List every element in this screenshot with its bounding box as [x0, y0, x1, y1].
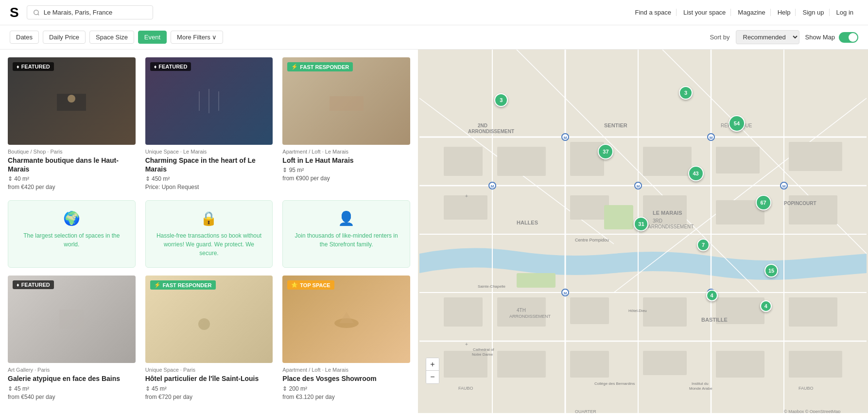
map-marker-9[interactable]: 4 [706, 290, 718, 301]
map-marker-7[interactable]: 7 [697, 239, 710, 251]
card-image-4: ♦ FEATURED [8, 276, 136, 363]
filters-left: Dates Daily Price Space Size Event More … [10, 31, 223, 44]
map-container: M M M M M M M 2ND ARRONDISSEMENT SENTIER… [418, 50, 868, 413]
map-marker-4[interactable]: 43 [688, 166, 704, 181]
svg-text:Monde Arabe: Monde Arabe [689, 386, 712, 391]
filter-more[interactable]: More Filters ∨ [171, 31, 223, 44]
search-bar [27, 5, 153, 19]
card-title-1: Charmante boutique dans le Haut-Marais [8, 156, 136, 173]
promo-icon-3: 👤 [338, 210, 355, 226]
svg-text:Centre Pompidou: Centre Pompidou [575, 238, 609, 242]
svg-point-4 [68, 95, 75, 103]
listing-card-6[interactable]: ⭐ TOP SPACE Apartment / Loft · Le Marais… [282, 276, 410, 402]
card-category-1: Boutique / Shop · Paris [8, 149, 136, 155]
svg-text:Hôtel-Dieu: Hôtel-Dieu [628, 309, 647, 313]
card-size-5: ⇕ 45 m² [145, 385, 273, 392]
listings-panel: ♦ FEATURED Boutique / Shop · Paris Charm… [0, 50, 418, 413]
svg-text:LE MARAIS: LE MARAIS [653, 210, 682, 216]
card-image-3: ⚡ FAST RESPONDER [282, 57, 410, 145]
map-background: M M M M M M M 2ND ARRONDISSEMENT SENTIER… [418, 50, 868, 413]
svg-text:HALLES: HALLES [517, 220, 538, 225]
logo[interactable]: S [10, 5, 19, 20]
svg-rect-10 [330, 96, 364, 111]
map-marker-1[interactable]: 3 [679, 86, 693, 100]
svg-text:2ND: 2ND [478, 123, 487, 128]
svg-rect-38 [643, 147, 692, 176]
promo-icon-2: 🔒 [200, 210, 217, 226]
badge-fast-3: ⚡ FAST RESPONDER [287, 62, 353, 71]
svg-text:M: M [564, 291, 567, 295]
promo-row: 🌍 The largest selection of spaces in the… [8, 200, 410, 268]
map-marker-10[interactable]: 4 [760, 300, 772, 312]
svg-text:Sainte-Chapelle: Sainte-Chapelle [478, 284, 505, 289]
svg-text:+: + [465, 193, 468, 199]
card-title-6: Place des Vosges Showroom [282, 374, 410, 383]
svg-text:4TH: 4TH [517, 308, 526, 313]
badge-icon-3: ⚡ [291, 64, 298, 70]
listing-card-4[interactable]: ♦ FEATURED Art Gallery · Paris Galerie a… [8, 276, 136, 402]
card-image-2: ♦ FEATURED [145, 57, 273, 145]
header-left: S [10, 5, 153, 20]
map-toggle[interactable] [839, 32, 858, 43]
promo-text-1: The largest selection of spaces in the w… [16, 231, 127, 249]
svg-text:Cathedral of: Cathedral of [473, 347, 494, 352]
svg-rect-46 [570, 297, 609, 324]
filters-right: Sort by Recommended Show Map [710, 30, 858, 44]
card-category-2: Unique Space · Le Marais [145, 149, 273, 155]
card-image-1: ♦ FEATURED [8, 57, 136, 145]
svg-rect-53 [643, 351, 687, 375]
header: S Find a space List your space Magazine … [0, 0, 868, 25]
filter-space-size[interactable]: Space Size [89, 31, 134, 44]
card-category-4: Art Gallery · Paris [8, 367, 136, 373]
svg-text:BASTILLE: BASTILLE [701, 317, 728, 323]
zoom-in-button[interactable]: + [426, 358, 439, 371]
listing-card-3[interactable]: ⚡ FAST RESPONDER Apartment / Loft · Le M… [282, 57, 410, 192]
svg-rect-34 [497, 147, 546, 176]
svg-text:Institut du: Institut du [692, 381, 709, 386]
card-category-5: Unique Space · Paris [145, 367, 273, 373]
listing-card-2[interactable]: ♦ FEATURED Unique Space · Le Marais Char… [145, 57, 273, 192]
nav-list-space[interactable]: List your space [678, 9, 731, 16]
svg-text:3RD: 3RD [653, 218, 662, 224]
nav-help[interactable]: Help [773, 9, 796, 16]
svg-text:FAUBO: FAUBO [458, 386, 473, 391]
nav-magazine[interactable]: Magazine [733, 9, 770, 16]
badge-fast-5: ⚡ FAST RESPONDER [150, 280, 216, 290]
listing-card-5[interactable]: ⚡ FAST RESPONDER Unique Space · Paris Hô… [145, 276, 273, 402]
svg-rect-39 [716, 147, 760, 173]
badge-icon-4: ♦ [17, 282, 19, 288]
map-marker-5[interactable]: 67 [756, 195, 771, 210]
card-price-3: from €900 per day [282, 175, 410, 182]
filter-daily-price[interactable]: Daily Price [43, 31, 86, 44]
show-map-label: Show Map [805, 34, 835, 41]
svg-text:M: M [637, 184, 640, 189]
promo-text-3: Join thousands of like-minded renters in… [291, 231, 402, 249]
zoom-out-button[interactable]: − [426, 371, 439, 383]
svg-rect-52 [570, 351, 609, 378]
svg-text:M: M [710, 136, 713, 140]
header-nav: Find a space List your space Magazine He… [630, 9, 858, 16]
card-image-placeholder-svg-5 [190, 305, 228, 334]
nav-login[interactable]: Log in [832, 9, 858, 16]
svg-rect-56 [604, 205, 633, 229]
map-marker-2[interactable]: 54 [729, 115, 745, 132]
svg-text:M: M [491, 184, 494, 189]
svg-rect-40 [789, 142, 842, 171]
card-size-3: ⇕ 95 m² [282, 167, 410, 173]
card-image-placeholder-svg-2 [190, 86, 228, 116]
svg-text:POPINCOURT: POPINCOURT [784, 201, 816, 206]
listings-grid-bottom: ♦ FEATURED Art Gallery · Paris Galerie a… [8, 276, 410, 402]
card-category-6: Apartment / Loft · Le Marais [282, 367, 410, 373]
nav-signup[interactable]: Sign up [798, 9, 829, 16]
card-title-5: Hôtel particulier de l'île Saint-Louis [145, 374, 273, 383]
listing-card-1[interactable]: ♦ FEATURED Boutique / Shop · Paris Charm… [8, 57, 136, 192]
search-input[interactable] [44, 9, 147, 16]
card-price-6: from €3.120 per day [282, 394, 410, 400]
map-marker-0[interactable]: 3 [494, 93, 508, 107]
nav-find-space[interactable]: Find a space [630, 9, 676, 16]
sort-select[interactable]: Recommended [736, 30, 799, 44]
filter-dates[interactable]: Dates [10, 31, 39, 44]
card-image-5: ⚡ FAST RESPONDER [145, 276, 273, 363]
svg-text:FAUBO: FAUBO [799, 386, 814, 391]
filter-event[interactable]: Event [138, 31, 167, 44]
